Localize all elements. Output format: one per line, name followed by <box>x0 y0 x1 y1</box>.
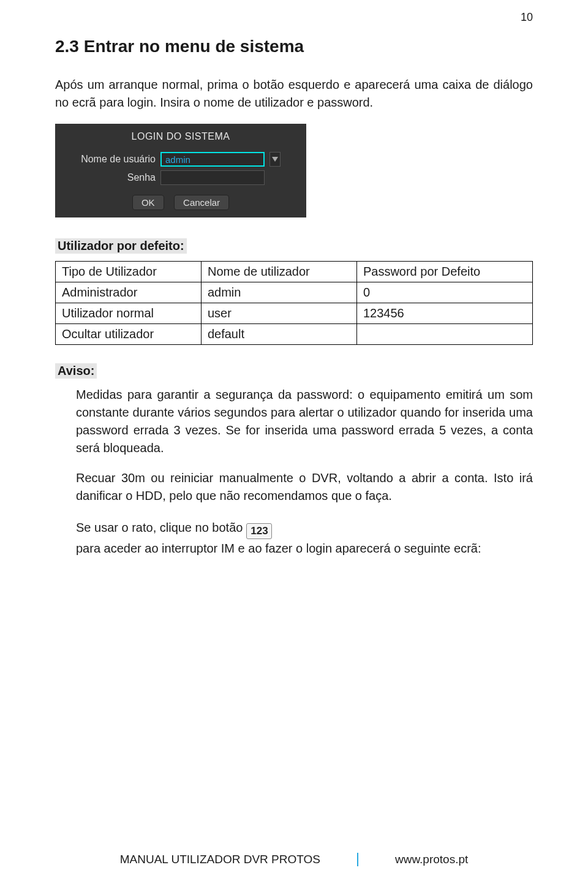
aviso-paragraph-1: Medidas para garantir a segurança da pas… <box>55 386 533 457</box>
table-cell: admin <box>201 282 356 303</box>
login-dialog: LOGIN DO SISTEMA Nome de usuário admin S… <box>55 124 306 217</box>
defaults-table: Tipo de Utilizador Nome de utilizador Pa… <box>55 261 533 345</box>
page-footer: MANUAL UTILIZADOR DVR PROTOS www.protos.… <box>0 853 588 866</box>
username-dropdown-icon[interactable] <box>270 152 281 167</box>
cancel-button[interactable]: Cancelar <box>174 195 229 210</box>
intro-paragraph: Após um arranque normal, prima o botão e… <box>55 76 533 112</box>
footer-divider <box>357 853 358 866</box>
table-header-cell: Password por Defeito <box>356 262 532 282</box>
table-header-cell: Nome de utilizador <box>201 262 356 282</box>
footer-manual-title: MANUAL UTILIZADOR DVR PROTOS <box>120 853 320 866</box>
section-heading: 2.3 Entrar no menu de sistema <box>55 37 533 56</box>
table-header-row: Tipo de Utilizador Nome de utilizador Pa… <box>56 262 533 282</box>
svg-marker-0 <box>272 157 278 162</box>
footer-url: www.protos.pt <box>395 853 468 866</box>
table-cell <box>356 324 532 345</box>
username-label: Nome de usuário <box>64 154 156 165</box>
table-cell: Administrador <box>56 282 202 303</box>
aviso-label: Aviso: <box>55 363 97 379</box>
table-cell: Ocultar utilizador <box>56 324 202 345</box>
password-label: Senha <box>64 172 156 183</box>
page-number: 10 <box>521 11 533 24</box>
table-cell: user <box>201 303 356 324</box>
numeric-keypad-icon: 123 <box>246 523 272 539</box>
table-header-cell: Tipo de Utilizador <box>56 262 202 282</box>
table-row: Administrador admin 0 <box>56 282 533 303</box>
defaults-label: Utilizador por defeito: <box>55 238 187 254</box>
table-cell: 123456 <box>356 303 532 324</box>
aviso-paragraph-3: Se usar o rato, clique no botão 123 para… <box>55 517 533 559</box>
table-cell: Utilizador normal <box>56 303 202 324</box>
ok-button[interactable]: OK <box>132 195 164 210</box>
table-cell: 0 <box>356 282 532 303</box>
table-row: Utilizador normal user 123456 <box>56 303 533 324</box>
table-cell: default <box>201 324 356 345</box>
aviso-text-before: Se usar o rato, clique no botão <box>76 517 243 538</box>
password-input[interactable] <box>160 170 265 185</box>
table-row: Ocultar utilizador default <box>56 324 533 345</box>
aviso-text-after: para aceder ao interruptor IM e ao fazer… <box>76 538 481 559</box>
aviso-paragraph-2: Recuar 30m ou reiniciar manualmente o DV… <box>55 469 533 505</box>
login-title: LOGIN DO SISTEMA <box>64 129 298 148</box>
username-input[interactable]: admin <box>160 152 265 167</box>
